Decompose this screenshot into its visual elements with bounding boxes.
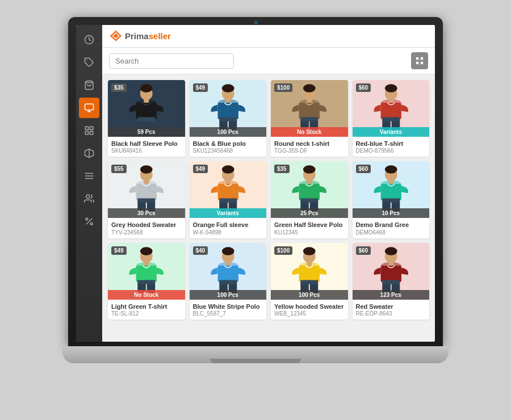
svg-point-77 — [303, 166, 316, 174]
svg-rect-104 — [219, 280, 237, 284]
sidebar-item-dashboard[interactable] — [79, 30, 99, 50]
product-sku: KU12345 — [274, 229, 345, 236]
logo-icon — [109, 30, 123, 43]
svg-point-69 — [221, 166, 234, 174]
product-card[interactable]: $49 Variants Orange Full sleeve W-K-5489… — [190, 161, 267, 238]
product-info: Blue White Stripe Polo BLC_5587_7 — [190, 300, 267, 320]
svg-point-61 — [140, 166, 153, 174]
svg-rect-7 — [90, 127, 93, 129]
sidebar-item-discounts[interactable] — [79, 211, 99, 232]
svg-rect-24 — [421, 62, 423, 64]
svg-point-85 — [384, 166, 397, 174]
sidebar-item-reports[interactable] — [79, 166, 99, 186]
svg-point-37 — [221, 84, 234, 93]
svg-point-101 — [221, 247, 234, 255]
price-badge: $35 — [111, 83, 127, 92]
product-sku: DEMO6468 — [356, 229, 426, 236]
product-image: $55 30 Pcs — [108, 161, 185, 218]
right-panel: Primaseller — [102, 25, 435, 342]
product-info: Black half Sleeve Polo SKU848416 — [108, 137, 185, 157]
sidebar-item-catalog[interactable] — [79, 143, 99, 163]
svg-rect-56 — [382, 117, 400, 121]
sidebar-item-products[interactable] — [79, 98, 99, 118]
logo-text: Primaseller — [125, 31, 171, 41]
svg-rect-112 — [300, 280, 318, 284]
svg-point-29 — [140, 84, 153, 93]
svg-rect-6 — [85, 127, 88, 129]
product-info: Demo Brand Gree DEMO6468 — [353, 218, 430, 238]
svg-point-16 — [86, 218, 88, 220]
product-name: Demo Brand Gree — [356, 221, 426, 229]
logo-seller: seller — [149, 31, 171, 41]
svg-point-93 — [140, 247, 153, 255]
app-header: Primaseller — [102, 25, 435, 48]
svg-point-109 — [303, 247, 316, 255]
product-sku: RE-EOP-8643 — [356, 310, 426, 317]
product-name: Red Sweater — [356, 303, 426, 310]
product-name: Green Half Sleeve Polo — [274, 221, 345, 229]
stock-badge: 10 Pcs — [353, 208, 430, 218]
price-badge: $100 — [274, 83, 292, 92]
grid-toggle-button[interactable] — [411, 52, 428, 69]
svg-line-15 — [86, 219, 93, 225]
product-image: $100 No Stock — [271, 80, 348, 137]
price-badge: $55 — [111, 165, 127, 173]
price-badge: $49 — [111, 246, 127, 255]
laptop-base — [62, 346, 449, 363]
screen: Primaseller — [76, 25, 435, 342]
price-badge: $100 — [274, 246, 292, 255]
product-card[interactable]: $100 100 Pcs Yellow hooded Sweater WEB_1… — [271, 243, 348, 320]
svg-rect-64 — [137, 199, 155, 203]
product-sku: W-K-54898 — [193, 229, 263, 236]
product-card[interactable]: $100 No Stock Round neck t-shirt TGG-359… — [271, 80, 348, 157]
stock-badge: 100 Pcs — [190, 127, 267, 137]
svg-rect-32 — [137, 117, 155, 121]
svg-rect-23 — [416, 62, 418, 64]
product-image: $49 No Stock — [108, 243, 185, 300]
product-name: Red-blue T-shirt — [356, 140, 426, 148]
product-card[interactable]: $60 Variants Red-blue T-shirt DEMO-87956… — [353, 80, 430, 157]
product-card[interactable]: $40 100 Pcs Blue White Stripe Polo BLC_5… — [190, 243, 267, 320]
product-info: Green Half Sleeve Polo KU12345 — [271, 218, 348, 238]
stock-badge: No Stock — [271, 127, 348, 137]
sidebar-item-inventory[interactable] — [79, 120, 99, 141]
product-info: Red Sweater RE-EOP-8643 — [353, 300, 430, 320]
product-card[interactable]: $60 123 Pcs Red Sweater RE-EOP-8643 — [353, 243, 430, 320]
stock-badge: 123 Pcs — [353, 290, 430, 300]
search-input[interactable] — [109, 53, 234, 69]
svg-rect-120 — [382, 280, 400, 284]
search-bar-row — [102, 48, 435, 74]
products-area: $35 59 Pcs Black half Sleeve Polo SKU848… — [102, 74, 435, 342]
product-card[interactable]: $49 100 Pcs Black & Blue polo SKU1234564… — [190, 80, 267, 157]
sidebar-item-orders[interactable] — [79, 75, 99, 95]
product-sku: TE-SL-812 — [111, 310, 182, 317]
stock-badge: 100 Pcs — [271, 290, 348, 300]
product-image: $60 Variants — [353, 80, 430, 137]
product-image: $35 25 Pcs — [271, 161, 348, 218]
sidebar-item-tags[interactable] — [79, 52, 99, 73]
product-sku: DEMO-879566 — [356, 148, 426, 154]
product-name: Black half Sleeve Polo — [111, 140, 182, 148]
product-sku: SKU848416 — [111, 148, 182, 154]
stock-badge: Variants — [190, 208, 267, 218]
product-sku: SKU123456468 — [193, 148, 263, 154]
product-image: $60 10 Pcs — [353, 161, 430, 218]
svg-rect-88 — [382, 199, 400, 203]
stock-badge: 59 Pcs — [108, 127, 185, 137]
logo-prima: Prima — [125, 31, 149, 41]
product-card[interactable]: $35 25 Pcs Green Half Sleeve Polo KU1234… — [271, 161, 348, 238]
product-card[interactable]: $55 30 Pcs Grey Hooded Sweater TYV-23456… — [108, 161, 185, 238]
stock-badge: 25 Pcs — [271, 208, 348, 218]
price-badge: $49 — [193, 83, 208, 92]
laptop-container: Primaseller — [62, 17, 449, 403]
svg-rect-22 — [421, 57, 423, 60]
product-card[interactable]: $49 No Stock Light Green T-shirt TE-SL-8… — [108, 243, 185, 320]
product-info: Black & Blue polo SKU123456468 — [190, 137, 267, 157]
sidebar-item-users[interactable] — [79, 188, 99, 209]
product-card[interactable]: $60 10 Pcs Demo Brand Gree DEMO6468 — [353, 161, 430, 238]
price-badge: $60 — [356, 83, 371, 92]
product-sku: BLC_5587_7 — [193, 310, 263, 317]
price-badge: $49 — [193, 165, 208, 173]
price-badge: $60 — [356, 165, 371, 173]
product-card[interactable]: $35 59 Pcs Black half Sleeve Polo SKU848… — [108, 80, 185, 157]
